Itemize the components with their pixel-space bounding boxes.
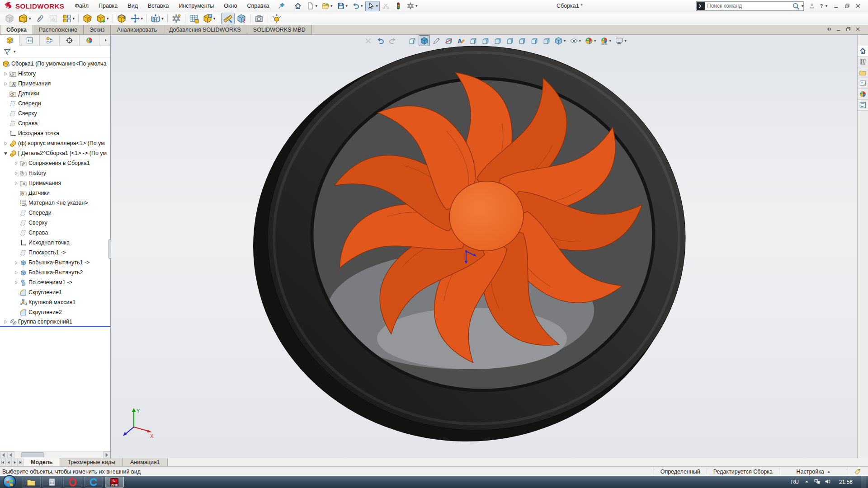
graphics-area[interactable]: Y X A▾▾▾▾▾	[111, 35, 857, 458]
assembly-features-button[interactable]: ▾	[201, 13, 217, 24]
view-top-button[interactable]	[516, 35, 528, 46]
taskbar-app-calculator[interactable]	[42, 477, 61, 488]
insert-component-button[interactable]: ▾	[16, 13, 33, 24]
status-customize-button[interactable]: Настройка▴	[779, 469, 847, 474]
dropdown-caret-icon[interactable]: ▾	[564, 39, 566, 43]
dropdown-caret-icon[interactable]: ▾	[624, 39, 627, 43]
home-button[interactable]	[292, 1, 304, 11]
tree-item[interactable]: Сверху	[0, 218, 110, 228]
nav-prev-button[interactable]	[6, 458, 12, 466]
tree-item[interactable]: History	[0, 69, 110, 79]
expand-arrow-icon[interactable]	[3, 141, 9, 146]
question-button[interactable]: ?▾	[817, 1, 828, 10]
view-isometric-button[interactable]	[541, 35, 552, 46]
expand-arrow-icon[interactable]	[13, 280, 19, 286]
view-right-button[interactable]	[504, 35, 515, 46]
scrollbar-thumb[interactable]	[21, 452, 44, 457]
expand-arrow-icon[interactable]	[3, 71, 9, 77]
menu-item[interactable]: Правка	[94, 0, 123, 12]
dropdown-caret-icon[interactable]: ▾	[141, 17, 143, 21]
gear-button[interactable]: ▾	[405, 1, 420, 11]
save-button[interactable]: ▾	[335, 1, 350, 11]
model-tab[interactable]: Модель	[24, 458, 60, 466]
expand-arrow-icon[interactable]	[13, 260, 19, 266]
dropdown-caret-icon[interactable]: ▾	[161, 17, 164, 21]
collapse-arrow-icon[interactable]	[3, 150, 9, 156]
taskbar-app-opera[interactable]	[63, 477, 82, 488]
tree-item[interactable]: Скругление2	[0, 307, 110, 317]
open-folder-button[interactable]: ▾	[320, 1, 335, 11]
tree-item[interactable]: AПримечания	[0, 178, 110, 188]
panel-tab-config-tree[interactable]	[40, 35, 60, 46]
win-min-button[interactable]	[836, 26, 842, 33]
panel-expand-button[interactable]	[101, 35, 110, 46]
dropdown-caret-icon[interactable]: ▾	[609, 39, 612, 43]
menu-item[interactable]: Окно	[219, 0, 242, 12]
tree-item[interactable]: Спереди	[0, 99, 110, 108]
tab-inactive[interactable]: Эскиз	[84, 25, 111, 34]
taskbar-app-solidworks-2018[interactable]: 2018	[105, 477, 124, 488]
tree-item[interactable]: Сопряжения в Сборка1	[0, 158, 110, 168]
view-front-button[interactable]	[467, 35, 479, 46]
tree-item[interactable]: Круговой массив1	[0, 297, 110, 307]
tab-active[interactable]: Сборка	[0, 25, 33, 34]
tree-item[interactable]: Датчики	[0, 89, 110, 99]
scroll-right-icon[interactable]	[103, 451, 110, 458]
taskbar-app-explorer[interactable]	[22, 477, 41, 488]
tree-item[interactable]: Плоскость1 ->	[0, 248, 110, 258]
tab-inactive[interactable]: SOLIDWORKS MBD	[247, 25, 312, 34]
tree-item[interactable]: Скругление1	[0, 287, 110, 297]
win-restore-button[interactable]	[842, 1, 853, 10]
panel-tab-dimxpert-target[interactable]	[60, 35, 80, 46]
tree-item[interactable]: Бобышка-Вытянуть2	[0, 267, 110, 277]
tag-button[interactable]	[847, 469, 868, 474]
dropdown-caret-icon[interactable]: ▾	[579, 39, 581, 43]
view-settings-button[interactable]: ▾	[613, 35, 628, 46]
rotate-component-button[interactable]	[115, 13, 128, 24]
view-left-button[interactable]	[492, 35, 503, 46]
undo-button[interactable]	[375, 35, 386, 46]
tree-item[interactable]: Бобышка-Вытянуть1 ->	[0, 258, 110, 267]
pattern-blocks-button[interactable]: ▾	[60, 13, 77, 24]
menu-item[interactable]: Вид	[123, 0, 143, 12]
view-bottom-button[interactable]	[528, 35, 540, 46]
exploded-view-button[interactable]	[270, 13, 283, 24]
dock-arrows-button[interactable]	[826, 26, 832, 33]
taskpane-tab-appearances-ball[interactable]	[858, 89, 868, 100]
redo-button[interactable]	[387, 35, 398, 46]
mirror-components-button[interactable]: ▾	[149, 13, 165, 24]
dropdown-caret-icon[interactable]: ▾	[213, 17, 216, 21]
traffic-light-button[interactable]	[392, 1, 404, 11]
tree-item[interactable]: [ Деталь2^Сборка1 ]<1> -> (По ум	[0, 148, 110, 158]
dropdown-caret-icon[interactable]: ▾	[315, 4, 317, 8]
impeller-model[interactable]: Y X	[111, 35, 857, 458]
taskpane-tab-design-library[interactable]	[858, 56, 868, 67]
tab-inactive[interactable]: Добавления SOLIDWORKS	[163, 25, 247, 34]
taskpane-tab-view-palette[interactable]	[858, 78, 868, 89]
dropdown-caret-icon[interactable]: ▾	[330, 4, 333, 8]
menu-item[interactable]: Вставка	[143, 0, 174, 12]
tree-item[interactable]: Группа сопряжений1	[0, 317, 110, 327]
show-desktop-button[interactable]	[861, 476, 866, 488]
taskpane-tab-custom-props[interactable]	[858, 100, 868, 111]
dropdown-caret-icon[interactable]: ▾	[346, 4, 348, 8]
filter-funnel-icon[interactable]	[3, 47, 12, 56]
menu-item[interactable]: Справка	[242, 0, 274, 12]
start-button-icon[interactable]	[3, 475, 16, 488]
new-doc-button[interactable]: ▾	[304, 1, 319, 11]
tree-item[interactable]: (ф) корпус импеллера<1> (По ум	[0, 138, 110, 148]
zoom-fit-cube-button[interactable]	[406, 35, 418, 46]
model-tab[interactable]: Трехмерные виды	[60, 458, 123, 466]
taskbar-app-blue-c-app[interactable]	[84, 477, 103, 488]
annotation-views-button[interactable]: A	[455, 35, 467, 46]
component-preview-button[interactable]	[47, 13, 60, 24]
tray-network-button[interactable]	[814, 478, 821, 486]
search-caret-icon[interactable]: ▾	[801, 4, 803, 8]
tab-inactive[interactable]: Расположение	[33, 25, 84, 34]
dropdown-caret-icon[interactable]: ▾	[361, 4, 363, 8]
smart-fasteners-button[interactable]	[170, 13, 183, 24]
tree-item[interactable]: Справа	[0, 228, 110, 238]
paperclip-button[interactable]	[33, 13, 47, 24]
person-button[interactable]	[807, 1, 817, 10]
expand-arrow-icon[interactable]	[13, 170, 19, 176]
